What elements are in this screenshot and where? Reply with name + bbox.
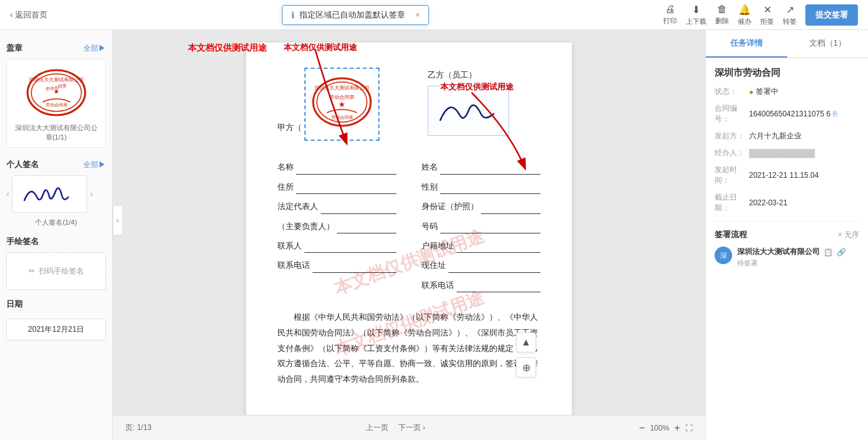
sig-prev-button[interactable]: ‹ — [6, 188, 9, 200]
seal-label: 深圳法大大测试有限公司公章(1/1) — [12, 123, 100, 142]
print-icon: 🖨 — [665, 4, 675, 15]
date-section-header: 日期 — [6, 299, 106, 310]
field-id-label: 身份证（护照） — [421, 199, 478, 213]
contract-no-text: 164005650421311075 6 — [749, 110, 830, 118]
svg-text:劳动合同章: 劳动合同章 — [45, 103, 67, 107]
scroll-settings-button[interactable]: ⊕ — [516, 357, 536, 377]
sender-label: 发起方： — [715, 131, 749, 141]
signature-svg — [15, 178, 84, 210]
field-phone-left-label: 联系电话 — [277, 258, 310, 272]
field-address-left-line — [296, 183, 396, 194]
doc-content: 甲方（ 深圳法大大测试有限公司 劳动合同章 劳动合同章 — [277, 68, 540, 387]
seal-section-title: 盖章 — [6, 43, 23, 54]
doc-seal-svg: 深圳法大大测试有限公司 劳动合同章 劳动合同章 — [311, 74, 373, 130]
personal-sig-section-header: 个人签名 全部▶ — [6, 159, 106, 170]
fullscreen-icon[interactable]: ⛶ — [685, 424, 693, 432]
personal-sig-all-button[interactable]: 全部▶ — [83, 160, 106, 170]
doc-area: 本文档仅供测试用途 本文档仅供测试用途 本文档仅供测试用途 — [113, 30, 705, 440]
contract-title: 深圳市劳动合同 — [715, 67, 859, 79]
contract-no-row: 合同编号： 164005650421311075 6 ⎘ — [715, 103, 859, 125]
seal-item[interactable]: 深圳法大大测试有限公司 劳动合同章 劳动合同章 深圳法大大测试有限公司公章(1/… — [6, 59, 106, 148]
signature-stamp-area[interactable] — [428, 86, 509, 136]
seal-svg: 深圳法大大测试有限公司 劳动合同章 劳动合同章 — [25, 68, 88, 118]
print-button[interactable]: 🖨 打印 — [663, 4, 677, 26]
delete-icon: 🗑 — [717, 4, 727, 15]
remind-icon: 🔔 — [738, 4, 751, 16]
seal-stamp-area[interactable]: 深圳法大大测试有限公司 劳动合同章 劳动合同章 — [304, 68, 380, 141]
field-contact-left-line — [304, 242, 396, 253]
right-content: 深圳市劳动合同 状态： ● 签署中 合同编号： 1640056504213110… — [706, 58, 868, 440]
toast-close-button[interactable]: × — [415, 10, 420, 19]
toolbar-right: 🖨 打印 ⬇ 上下载 🗑 删除 🔔 催办 ✕ 拒签 ↗ 转签 提交签署 — [663, 4, 858, 26]
field-main-person-label: （主要负责人） — [277, 219, 334, 233]
field-phone-left-line — [313, 262, 396, 273]
sig-next-button[interactable]: › — [90, 188, 93, 200]
sender-row: 发起方： 六月十九新企业 — [715, 131, 859, 141]
zoom-out-button[interactable]: − — [639, 422, 645, 434]
svg-text:劳动合同章: 劳动合同章 — [329, 95, 354, 100]
right-panel: 任务详情 文档（1） 深圳市劳动合同 状态： ● 签署中 合同编号： 16400… — [705, 30, 868, 440]
field-hukou-label: 户籍地址 — [421, 238, 454, 253]
field-legal-rep: 法定代表人 — [277, 199, 396, 213]
send-time-label: 发起时间： — [715, 165, 749, 186]
seal-section-header: 盖章 全部▶ — [6, 43, 106, 54]
tab-task-detail[interactable]: 任务详情 — [706, 30, 787, 58]
left-panel: 盖章 全部▶ 深圳法大大测试有限公司 劳动合同章 劳动合同章 深圳法大大测试有限… — [0, 30, 113, 440]
doc-scroll[interactable]: 本文档仅供测试用途 本文档仅供测试用途 本文档仅供测试用途 — [113, 30, 705, 415]
party-left: 甲方（ 深圳法大大测试有限公司 劳动合同章 劳动合同章 — [277, 68, 390, 147]
field-address-left: 住所 — [277, 180, 396, 194]
page-indicator: 页: 1/13 — [125, 422, 152, 433]
scroll-buttons: ▲ ⊕ — [516, 332, 536, 377]
print-label: 打印 — [663, 16, 677, 26]
field-phone-right-label: 联系电话 — [421, 278, 454, 292]
svg-marker-12 — [339, 101, 345, 108]
contract-no-value: 164005650421311075 6 ⎘ — [749, 103, 859, 125]
field-main-person-line — [337, 222, 396, 233]
tab-document[interactable]: 文档（1） — [787, 30, 869, 58]
prev-page-button[interactable]: 上一页 — [366, 422, 388, 433]
operator-masked: ██████ ██████ — [749, 149, 815, 158]
field-gender-line — [440, 183, 540, 194]
field-name-left: 名称 — [277, 160, 396, 174]
remind-button[interactable]: 🔔 催办 — [738, 4, 752, 26]
personal-sig-title: 个人签名 — [6, 159, 39, 170]
left-panel-toggle[interactable]: ‹ — [113, 205, 123, 235]
field-id-num: 号码 — [421, 219, 540, 233]
section-divider — [715, 221, 859, 222]
scroll-up-button[interactable]: ▲ — [516, 332, 536, 352]
submit-button[interactable]: 提交签署 — [805, 4, 858, 26]
zoom-level: 100% — [650, 424, 669, 432]
hand-sig-title: 手绘签名 — [6, 236, 39, 247]
right-tabs: 任务详情 文档（1） — [706, 30, 868, 58]
back-button[interactable]: ‹ 返回首页 — [10, 9, 48, 21]
transfer-button[interactable]: ↗ 转签 — [783, 4, 797, 26]
field-name-right-line — [440, 163, 540, 175]
flow-doc-icon[interactable]: 📋 — [824, 248, 833, 257]
field-current-addr-label: 现住址 — [421, 258, 446, 272]
doc-paragraph-1: 根据《中华人民共和国劳动法》（以下简称《劳动法》）、《中华人民共和国劳动合同法》… — [277, 310, 540, 387]
download-button[interactable]: ⬇ 上下载 — [686, 4, 706, 26]
seal-all-button[interactable]: 全部▶ — [83, 43, 106, 54]
transfer-icon: ↗ — [786, 4, 794, 16]
hand-sign-scan-button[interactable]: ✏ 扫码手绘签名 — [6, 252, 106, 290]
next-page-button[interactable]: 下一页 › — [398, 422, 425, 433]
field-legal-rep-line — [321, 203, 396, 214]
sig-box[interactable] — [12, 175, 87, 213]
field-contact-left: 联系人 — [277, 238, 396, 253]
field-name-right-label: 姓名 — [421, 160, 438, 174]
flow-company-name: 深圳法大大测试有限公司 — [737, 247, 820, 257]
copy-icon[interactable]: ⎘ — [833, 110, 837, 118]
status-label: 状态： — [715, 86, 749, 97]
reject-label: 拒签 — [760, 17, 774, 26]
remind-label: 催办 — [738, 17, 752, 26]
reject-button[interactable]: ✕ 拒签 — [760, 4, 774, 26]
info-icon: ℹ — [291, 10, 294, 20]
flow-header: 签署流程 × 无序 — [715, 229, 859, 240]
zoom-in-button[interactable]: + — [674, 422, 680, 434]
flow-info: 深圳法大大测试有限公司 📋 🔗 待签署 — [737, 247, 859, 268]
delete-button[interactable]: 🗑 删除 — [715, 4, 729, 26]
field-name-left-label: 名称 — [277, 160, 294, 174]
flow-link-icon[interactable]: 🔗 — [837, 248, 846, 257]
contract-no-label: 合同编号： — [715, 103, 749, 125]
field-id-num-line — [440, 222, 540, 233]
